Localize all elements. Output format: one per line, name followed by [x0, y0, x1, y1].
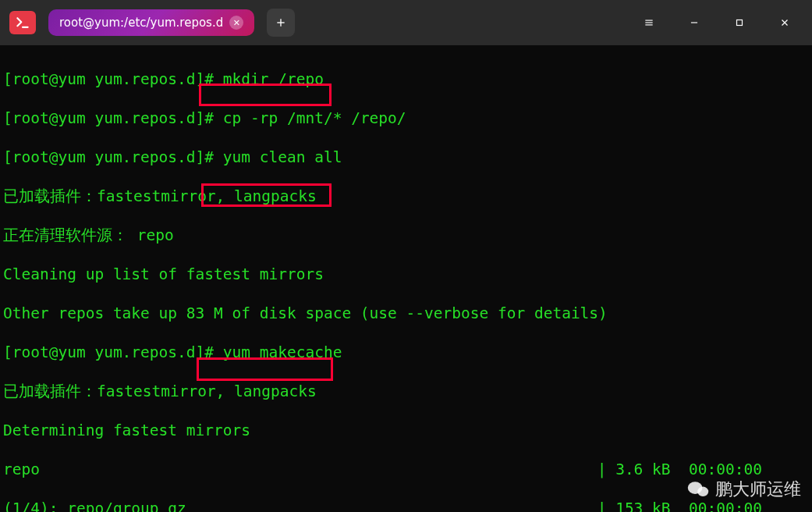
- cmd-mkdir: mkdir /repo: [223, 70, 324, 88]
- prompt: [root@yum yum.repos.d]#: [3, 109, 214, 127]
- menu-icon[interactable]: [631, 10, 667, 35]
- tab-title: root@yum:/etc/yum.repos.d: [59, 16, 223, 30]
- cmd-cp: cp -rp /mnt/* /repo/: [223, 109, 406, 127]
- terminal-app-icon: [9, 11, 36, 34]
- terminal-tab[interactable]: root@yum:/etc/yum.repos.d ✕: [48, 9, 254, 36]
- output-line: Determining fastest mirrors: [3, 421, 809, 440]
- cmd-yum-makecache: yum makecache: [223, 343, 342, 361]
- watermark-text: 鹏大师运维: [715, 478, 801, 501]
- output-line: Other repos take up 83 M of disk space (…: [3, 304, 809, 323]
- svg-point-11: [697, 487, 708, 496]
- title-bar: root@yum:/etc/yum.repos.d ✕: [0, 0, 812, 45]
- prompt: [root@yum yum.repos.d]#: [3, 70, 214, 88]
- output-line: 已加载插件：fastestmirror, langpacks: [3, 382, 809, 401]
- window-controls: [631, 10, 803, 35]
- prompt: [root@yum yum.repos.d]#: [3, 148, 214, 166]
- maximize-icon[interactable]: [722, 10, 757, 35]
- close-icon[interactable]: [767, 10, 803, 35]
- download-row: repo| 3.6 kB 00:00:00: [3, 460, 809, 479]
- watermark: 鹏大师运维: [687, 478, 801, 501]
- output-line: 已加载插件：fastestmirror, langpacks: [3, 187, 809, 206]
- terminal-output[interactable]: [root@yum yum.repos.d]# mkdir /repo [roo…: [0, 45, 812, 512]
- prompt: [root@yum yum.repos.d]#: [3, 343, 214, 361]
- tab-close-icon[interactable]: ✕: [229, 16, 243, 30]
- new-tab-button[interactable]: [267, 9, 295, 37]
- svg-rect-7: [737, 20, 743, 26]
- cmd-yum-clean: yum clean all: [223, 148, 342, 166]
- wechat-icon: [687, 480, 709, 499]
- output-line: 正在清理软件源： repo: [3, 226, 809, 245]
- minimize-icon[interactable]: [676, 10, 712, 35]
- output-line: Cleaning up list of fastest mirrors: [3, 265, 809, 284]
